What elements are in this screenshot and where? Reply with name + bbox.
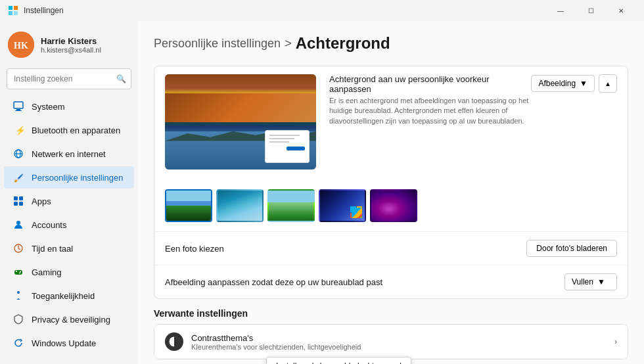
toegankelijkheid-label: Toegankelijkheid [32,291,95,301]
svg-text:⚡: ⚡ [15,125,24,135]
breadcrumb: Persoonlijke instellingen > Achtergrond [154,34,628,53]
windows-update-label: Windows Update [32,338,96,348]
app-icon [8,5,18,16]
person-icon [12,218,25,231]
accessibility-icon [12,289,25,302]
minimize-button[interactable]: ― [545,0,576,21]
window-controls: ― ☐ ✕ [545,0,636,21]
svg-rect-2 [9,11,12,15]
fit-image-label: Afbeelding aanpassen zodat deze op uw bu… [165,277,564,287]
user-profile: HK Harrie Kisters h.kisters@xs4all.nl [0,26,138,66]
tijd-label: Tijd en taal [32,244,73,254]
contrast-icon [165,332,183,351]
grid-icon [12,194,25,208]
chevron-up-icon: ▲ [605,80,611,87]
svg-text:🖌️: 🖌️ [14,173,24,183]
clock-icon [12,242,25,255]
breadcrumb-parent[interactable]: Persoonlijke instellingen [154,37,281,51]
refresh-icon [12,336,25,350]
contrast-text: Contrastthema's Kleurenthema's voor slec… [191,333,614,351]
related-title: Verwante instellingen [154,308,628,319]
svg-rect-16 [14,202,18,206]
svg-rect-15 [19,196,23,200]
avatar: HK [8,32,34,58]
svg-text:HK: HK [14,41,28,51]
chevron-right-icon: › [614,337,617,346]
fit-dropdown[interactable]: Vullen ▼ [564,273,617,290]
svg-line-21 [18,248,20,250]
bluetooth-label: Bluetooth en apparaten [32,125,120,135]
thumbnail-3[interactable] [267,189,315,222]
globe-icon [12,147,25,160]
sidebar-item-systeem[interactable]: Systeem [4,95,134,118]
chevron-down-icon: ▼ [580,79,587,88]
svg-point-18 [16,221,20,225]
svg-point-27 [17,291,20,294]
svg-rect-0 [9,6,12,10]
background-settings-card: Achtergrond aan uw persoonlijke voorkeur… [154,66,628,299]
background-section: Achtergrond aan uw persoonlijke voorkeur… [154,66,628,184]
breadcrumb-separator: > [285,37,292,51]
search-icon: 🔍 [116,74,126,83]
sidebar-item-toegankelijkheid[interactable]: Toegankelijkheid [4,284,134,307]
thumbnail-tooltip: Instellen als bureaubladachtergrond [266,357,411,364]
user-email: h.kisters@xs4all.nl [41,46,101,54]
collapse-button[interactable]: ▲ [599,74,617,93]
thumbnail-5[interactable] [370,189,417,222]
gaming-label: Gaming [32,267,62,277]
sidebar-item-netwerk[interactable]: Netwerk en internet [4,143,134,165]
thumbnail-2[interactable] [216,189,264,222]
content-area: HK Harrie Kisters h.kisters@xs4all.nl 🔍 [0,21,644,364]
desktop-preview [165,74,316,170]
brush-icon: 🖌️ [12,171,25,184]
search-box: 🔍 [7,68,131,89]
svg-rect-1 [14,6,18,10]
user-name: Harrie Kisters [41,36,101,46]
thumbnail-4[interactable] [319,189,366,222]
contrast-subtitle: Kleurenthema's voor slechtzienden, licht… [191,343,614,351]
background-title: Achtergrond aan uw persoonlijke voorkeur… [329,74,531,94]
monitor-icon [12,100,25,113]
contrast-title: Contrastthema's [191,333,614,343]
background-text: Achtergrond aan uw persoonlijke voorkeur… [329,74,531,126]
svg-rect-7 [16,109,20,110]
bluetooth-icon: ⚡ [12,124,25,137]
related-card: Contrastthema's Kleurenthema's voor slec… [154,324,628,359]
sidebar-item-tijd[interactable]: Tijd en taal [4,237,134,260]
breadcrumb-current: Achtergrond [296,34,390,53]
search-input[interactable] [7,68,131,89]
svg-rect-8 [15,110,22,111]
maximize-button[interactable]: ☐ [576,0,606,21]
chevron-down-icon: ▼ [597,277,605,286]
sidebar-item-update[interactable]: Windows Update [4,332,134,354]
sidebar-item-persoonlijk[interactable]: 🖌️ Persoonlijke instellingen [4,166,134,189]
background-type-dropdown[interactable]: Afbeelding ▼ [531,75,595,92]
fit-value: Vullen [572,277,593,286]
privacy-label: Privacy & beveiliging [32,315,110,325]
svg-point-26 [19,273,20,274]
close-button[interactable]: ✕ [606,0,636,21]
user-info: Harrie Kisters h.kisters@xs4all.nl [41,36,101,54]
browse-photos-button[interactable]: Door foto's bladeren [526,240,617,257]
thumbnail-1[interactable] [165,189,212,222]
settings-window: Instellingen ― ☐ ✕ HK Harrie Kisters h.k… [0,0,644,364]
netwerk-label: Netwerk en internet [32,149,106,159]
sidebar-item-accounts[interactable]: Accounts [4,214,134,236]
svg-rect-14 [14,196,18,200]
sidebar-item-bluetooth[interactable]: ⚡ Bluetooth en apparaten [4,119,134,141]
contrast-themes-item[interactable]: Contrastthema's Kleurenthema's voor slec… [154,325,628,359]
sidebar-item-gaming[interactable]: Gaming [4,261,134,283]
sidebar-item-apps[interactable]: Apps [4,190,134,212]
related-settings: Verwante instellingen Contrastthema's Kl… [154,308,628,359]
window-title: Instellingen [24,6,545,15]
sidebar-item-privacy[interactable]: Privacy & beveiliging [4,308,134,330]
svg-rect-6 [14,102,23,108]
gamepad-icon [12,265,25,279]
background-controls: Afbeelding ▼ ▲ [531,74,617,93]
shield-icon [12,313,25,326]
svg-point-25 [20,271,21,273]
svg-rect-3 [14,11,18,15]
apps-label: Apps [32,196,51,206]
svg-rect-17 [19,202,23,206]
sidebar: HK Harrie Kisters h.kisters@xs4all.nl 🔍 [0,21,138,364]
